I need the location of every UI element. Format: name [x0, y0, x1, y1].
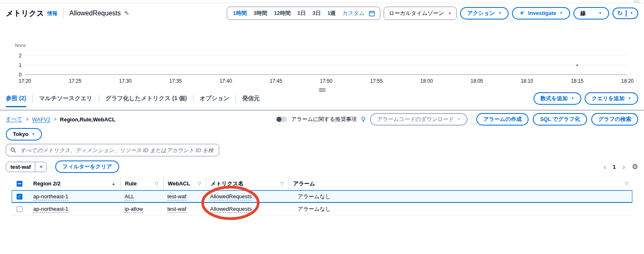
metric-name-value-link[interactable]: AllowedRequests [210, 205, 252, 213]
chart-plot-area[interactable] [25, 24, 627, 75]
header-cell-checkbox [12, 177, 29, 190]
metrics-table: Region 2/2 Rule WebACL メトリクス名 アラーム [12, 177, 632, 215]
select-all-checkbox[interactable] [17, 181, 22, 187]
graph-title: AllowedRequests [69, 10, 121, 17]
column-filter-icon[interactable] [280, 181, 284, 186]
column-header-region[interactable]: Region 2/2 [29, 177, 120, 190]
alarm-actions-cluster: アラームに関する推奨事項 アラームコードのダウンロード アラームの作成 SQL … [276, 113, 638, 126]
column-filter-icon[interactable] [155, 181, 158, 186]
actions-dropdown[interactable]: アクション [460, 7, 508, 20]
info-link[interactable]: 情報 [47, 10, 57, 17]
split-panel-drag-handle[interactable] [319, 89, 326, 91]
tab-divider [32, 95, 33, 102]
download-alarm-code-label: アラームコードのダウンロード [377, 116, 454, 123]
table-row[interactable]: ap-northeast-1 ALL test-waf AllowedReque… [12, 190, 632, 203]
region-selector-dropdown[interactable]: Tokyo [6, 128, 42, 141]
browser-chrome-fragment [633, 0, 640, 3]
x-tick: 17:30 [119, 78, 132, 84]
search-graphs-button[interactable]: グラフの検索 [591, 113, 638, 126]
time-range-12h[interactable]: 12時間 [270, 9, 294, 18]
timezone-dropdown[interactable]: ローカルタイムゾーン [384, 7, 457, 20]
column-label: アラーム [293, 180, 315, 187]
y-tick: 2 [6, 53, 22, 59]
row-cell-rule: ip-allow [120, 203, 163, 215]
region-value-link[interactable]: ap-northeast-1 [33, 205, 69, 213]
alarm-status-text: アラームなし [293, 205, 331, 213]
browse-panel: すべて WAFV2 Region,Rule,WebACL アラームに関する推奨事… [0, 113, 644, 215]
header-divider [63, 8, 64, 19]
metric-name-value-link[interactable]: AllowedRequests [210, 193, 252, 200]
chevron-down-icon [560, 10, 563, 17]
cloudwatch-metrics-page: メトリクス 情報 AllowedRequests 1時間 3時間 12時間 1日… [0, 0, 644, 254]
column-filter-icon[interactable] [198, 181, 201, 186]
table-settings-gear-icon[interactable] [632, 163, 638, 171]
create-alarm-label: アラームの作成 [483, 116, 522, 123]
column-header-webacl[interactable]: WebACL [163, 177, 206, 190]
breadcrumb-wafv2-link[interactable]: WAFV2 [32, 116, 50, 123]
y-axis-unit-label: None [15, 43, 26, 48]
row-cell-checkbox [12, 190, 29, 202]
investigate-sparkle-icon [519, 10, 525, 16]
refresh-icon[interactable] [617, 10, 623, 17]
webacl-value-link[interactable]: test-waf [167, 205, 186, 213]
add-query-button[interactable]: クエリを追加 [585, 92, 638, 105]
previous-page-icon[interactable] [603, 164, 606, 170]
column-header-alarm[interactable]: アラーム [289, 177, 632, 190]
x-tick: 17:40 [220, 78, 232, 84]
lightbulb-icon [361, 116, 366, 123]
chevron-down-icon [599, 10, 602, 17]
tab-graphed-metrics[interactable]: グラフ化したメトリクス (1 個) [105, 95, 187, 102]
time-range-1w[interactable]: 1週 [324, 9, 339, 18]
chevron-down-icon [457, 116, 460, 123]
column-label: Rule [125, 180, 137, 187]
time-range-3h[interactable]: 3時間 [250, 9, 270, 18]
remove-filter-icon[interactable] [35, 163, 47, 171]
tab-multi-source-query[interactable]: マルチソースクエリ [39, 95, 93, 102]
tab-browse[interactable]: 参照 (2) [6, 95, 26, 102]
download-alarm-code-button[interactable]: アラームコードのダウンロード [370, 113, 468, 126]
edit-title-icon[interactable] [124, 10, 130, 17]
breadcrumb-row: すべて WAFV2 Region,Rule,WebACL アラームに関する推奨事… [6, 113, 638, 126]
row-checkbox[interactable] [17, 194, 22, 200]
time-range-1d[interactable]: 1日 [294, 9, 309, 18]
x-tick: 17:55 [370, 78, 382, 84]
metrics-search-input[interactable] [20, 147, 215, 154]
breadcrumb: すべて WAFV2 Region,Rule,WebACL [6, 116, 115, 123]
tab-options[interactable]: オプション [200, 95, 230, 102]
column-filter-icon[interactable] [625, 181, 628, 186]
page-number[interactable]: 1 [613, 164, 616, 170]
investigate-label: Investigate [528, 10, 556, 17]
x-axis-line [25, 74, 627, 75]
region-selector-label: Tokyo [13, 131, 28, 138]
tab-source[interactable]: 発信元 [242, 95, 260, 102]
graph-type-select[interactable]: 線 [573, 7, 609, 20]
clear-filters-button[interactable]: フィルターをクリア [55, 160, 119, 173]
region-value-link[interactable]: ap-northeast-1 [33, 193, 69, 200]
filter-token-label: test-waf [6, 162, 35, 172]
time-range-3d[interactable]: 3日 [309, 9, 324, 18]
row-checkbox[interactable] [17, 206, 22, 212]
column-header-rule[interactable]: Rule [120, 177, 163, 190]
time-range-1h[interactable]: 1時間 [230, 9, 250, 18]
time-range-custom[interactable]: カスタム [339, 9, 368, 18]
table-row[interactable]: ap-northeast-1 ip-allow test-waf Allowed… [12, 203, 632, 215]
investigate-dropdown[interactable]: Investigate [512, 7, 570, 20]
webacl-value-link[interactable]: test-waf [167, 193, 186, 200]
calendar-icon[interactable] [368, 10, 377, 17]
chevron-down-icon [32, 131, 35, 138]
graph-with-sql-button[interactable]: SQL でグラフ化 [533, 113, 587, 126]
timezone-label: ローカルタイムゾーン [389, 10, 444, 17]
create-alarm-button[interactable]: アラームの作成 [476, 113, 529, 126]
sort-ascending-icon[interactable] [112, 182, 115, 186]
breadcrumb-all-link[interactable]: すべて [6, 116, 22, 123]
refresh-options-chevron-icon[interactable] [630, 10, 633, 17]
next-page-icon[interactable] [622, 164, 625, 170]
rule-value-link[interactable]: ALL [125, 193, 134, 200]
column-header-metric-name[interactable]: メトリクス名 [206, 177, 289, 190]
row-cell-alarm: アラームなし [289, 203, 632, 215]
x-tick: 17:45 [270, 78, 282, 84]
alarm-recommendations-toggle[interactable] [276, 116, 287, 122]
add-math-button[interactable]: 数式を追加 [534, 92, 581, 105]
x-tick: 18:05 [470, 78, 483, 84]
rule-value-link[interactable]: ip-allow [125, 205, 143, 213]
